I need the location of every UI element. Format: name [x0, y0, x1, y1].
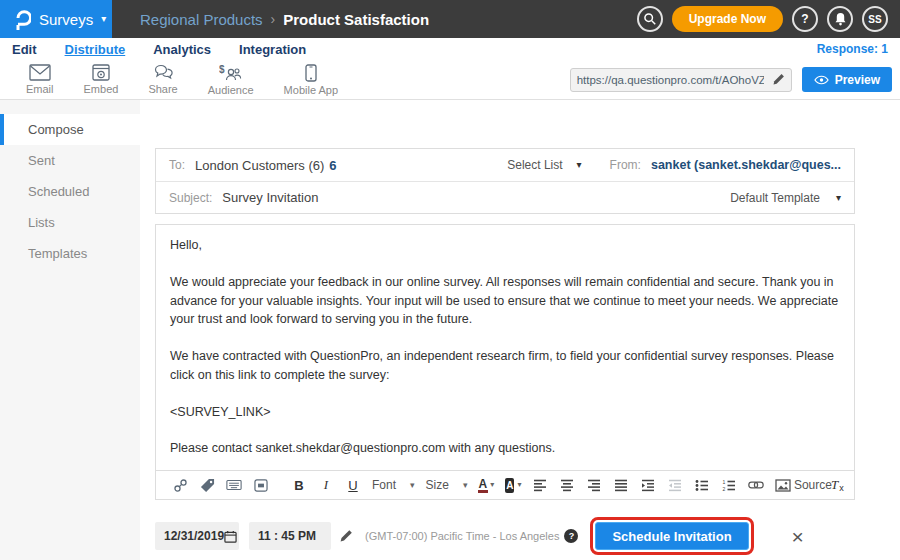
survey-nav-tabs: Edit Distribute Analytics Integration Re… — [0, 38, 900, 60]
schedule-date-field[interactable]: 12/31/2019 — [155, 522, 239, 550]
channel-share[interactable]: Share — [148, 64, 177, 95]
close-icon[interactable]: × — [792, 526, 804, 547]
breadcrumb: Regional Products › Product Satisfaction — [140, 11, 429, 28]
template-dropdown[interactable]: Default Template ▾ — [730, 191, 841, 205]
mobile-phone-icon — [305, 64, 317, 82]
survey-url-input[interactable] — [577, 74, 764, 86]
compose-main: To: London Customers (6) 6 Select List ▾… — [140, 100, 900, 560]
sidebar-item-sent[interactable]: Sent — [0, 145, 140, 176]
underline-button[interactable]: U — [345, 475, 361, 495]
italic-button[interactable]: I — [318, 475, 334, 495]
template-label: Default Template — [730, 191, 820, 205]
edit-time-pencil-icon[interactable] — [339, 529, 353, 543]
font-label: Font — [372, 478, 396, 492]
button-icon[interactable] — [253, 475, 269, 495]
email-body-editor[interactable]: Hello, We would appreciate your feedback… — [155, 224, 855, 500]
email-sidebar: Compose Sent Scheduled Lists Templates — [0, 100, 140, 560]
body-paragraph: Please contact sanket.shekdar@questionpr… — [170, 439, 840, 458]
keyboard-icon[interactable] — [226, 475, 242, 495]
preview-label: Preview — [835, 73, 880, 87]
sidebar-item-compose[interactable]: Compose — [0, 114, 140, 145]
preview-button[interactable]: Preview — [802, 67, 892, 92]
indent-icon[interactable] — [640, 475, 656, 495]
svg-text:1: 1 — [723, 479, 726, 485]
bell-icon — [834, 12, 847, 26]
body-paragraph: Hello, — [170, 236, 840, 255]
editor-toolbar: B I U Font ▾ Size ▾ A ▾ — [156, 470, 854, 499]
size-dropdown[interactable]: Size ▾ — [426, 478, 468, 492]
timezone-label: (GMT-07:00) Pacific Time - Los Angeles — [365, 530, 559, 542]
channel-email[interactable]: Email — [26, 64, 54, 95]
help-button[interactable]: ? — [792, 6, 818, 32]
sidebar-item-lists[interactable]: Lists — [0, 207, 140, 238]
from-group: From: sanket (sanket.shekdar@ques... — [610, 158, 841, 172]
align-left-icon[interactable] — [532, 475, 548, 495]
timezone-help-icon[interactable]: ? — [564, 529, 578, 543]
bold-button[interactable]: B — [291, 475, 307, 495]
channel-mobile-app[interactable]: Mobile App — [284, 64, 338, 96]
source-button[interactable]: Source — [802, 475, 818, 495]
distribute-channel-bar: Email Embed Share $ Audience Mobile App — [0, 60, 900, 100]
channel-label: Audience — [208, 84, 254, 96]
svg-text:2: 2 — [723, 486, 726, 492]
align-right-icon[interactable] — [586, 475, 602, 495]
select-list-dropdown[interactable]: Select List ▾ — [507, 158, 581, 172]
share-bubbles-icon — [153, 64, 174, 81]
tab-distribute[interactable]: Distribute — [65, 42, 126, 57]
tab-edit[interactable]: Edit — [12, 42, 37, 57]
image-icon[interactable] — [775, 475, 791, 495]
channel-audience[interactable]: $ Audience — [208, 64, 254, 96]
justify-icon[interactable] — [613, 475, 629, 495]
tag-icon[interactable] — [199, 475, 215, 495]
subject-value[interactable]: Survey Invitation — [222, 190, 318, 205]
upgrade-now-button[interactable]: Upgrade Now — [672, 6, 783, 32]
body-paragraph: We would appreciate your feedback in our… — [170, 273, 840, 329]
chevron-down-icon: ▾ — [463, 481, 468, 490]
search-button[interactable] — [637, 6, 663, 32]
sidebar-item-templates[interactable]: Templates — [0, 238, 140, 269]
search-icon — [643, 12, 657, 26]
numbered-list-icon[interactable]: 12 — [721, 475, 737, 495]
avatar[interactable]: SS — [862, 6, 888, 32]
remove-format-button[interactable]: T x — [829, 475, 845, 495]
sidebar-item-scheduled[interactable]: Scheduled — [0, 176, 140, 207]
align-center-icon[interactable] — [559, 475, 575, 495]
breadcrumb-parent[interactable]: Regional Products — [140, 11, 263, 28]
channel-label: Share — [148, 83, 177, 95]
schedule-time-field[interactable]: 11 : 45 PM — [249, 522, 331, 550]
surveys-menu[interactable]: Surveys ▾ — [0, 0, 112, 38]
avatar-initials: SS — [868, 14, 881, 25]
header-actions: Upgrade Now ? SS — [637, 6, 900, 32]
calendar-icon — [224, 530, 237, 543]
text-color-button[interactable]: A ▾ — [478, 475, 494, 495]
link-icon[interactable] — [748, 475, 764, 495]
outdent-icon[interactable] — [667, 475, 683, 495]
schedule-invitation-button[interactable]: Schedule Invitation — [595, 522, 748, 550]
background-color-button[interactable]: A ▾ — [505, 475, 521, 495]
content-area: Compose Sent Scheduled Lists Templates T… — [0, 100, 900, 560]
edit-url-pencil-icon[interactable] — [772, 73, 785, 86]
body-paragraph: <SURVEY_LINK> — [170, 403, 840, 422]
embed-icon — [92, 64, 110, 81]
product-label: Surveys — [39, 11, 93, 28]
channel-label: Mobile App — [284, 84, 338, 96]
response-counter[interactable]: Response: 1 — [817, 42, 888, 56]
recipient-count[interactable]: 6 — [329, 158, 336, 173]
tab-analytics[interactable]: Analytics — [153, 42, 211, 57]
font-dropdown[interactable]: Font ▾ — [372, 478, 415, 492]
bulleted-list-icon[interactable] — [694, 475, 710, 495]
channel-label: Embed — [84, 83, 119, 95]
top-header: Surveys ▾ Regional Products › Product Sa… — [0, 0, 900, 38]
survey-url-field[interactable] — [570, 68, 792, 92]
to-value[interactable]: London Customers (6) — [195, 158, 324, 173]
svg-text:$: $ — [219, 64, 225, 75]
schedule-time-value: 11 : 45 PM — [258, 529, 316, 543]
to-label: To: — [169, 158, 185, 172]
notifications-button[interactable] — [827, 6, 853, 32]
tab-integration[interactable]: Integration — [239, 42, 306, 57]
survey-link-icon[interactable] — [172, 475, 188, 495]
channel-embed[interactable]: Embed — [84, 64, 119, 95]
chevron-down-icon: ▾ — [490, 481, 494, 489]
background-color-label: A — [505, 478, 514, 493]
from-value[interactable]: sanket (sanket.shekdar@ques... — [651, 158, 841, 172]
